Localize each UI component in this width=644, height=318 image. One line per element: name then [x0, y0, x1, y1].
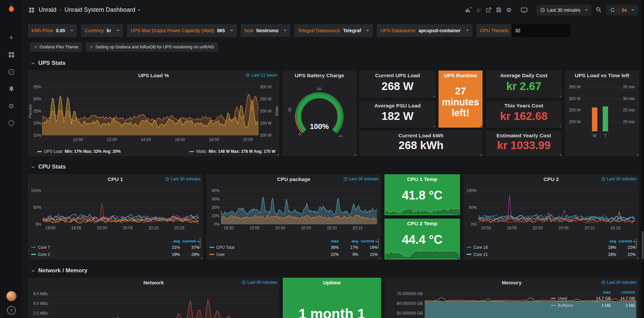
legend-item[interactable]: WattsMin: 148 W Max: 278 W Avg: 175 W [189, 149, 275, 154]
legend-row[interactable]: Core 1818%22% [467, 244, 636, 251]
explore-icon[interactable] [7, 68, 15, 76]
legend-scrollbar-thumb[interactable] [199, 238, 201, 248]
axis-tick-label: 10% [212, 214, 220, 218]
bar-W[interactable] [592, 107, 597, 131]
legend-table: avgcurrentCore 721%37%Core 219%28% [31, 238, 199, 258]
page-scrollbar-thumb[interactable] [642, 231, 644, 259]
alerting-bell-icon[interactable] [7, 85, 15, 93]
variable-value[interactable]: apcupsd-container [419, 28, 461, 33]
legend-table: avgcurrentCore 1818%22%Core 2118%22% [467, 238, 636, 258]
graph-canvas[interactable] [478, 191, 635, 224]
legend-sort-current[interactable]: current [358, 239, 378, 243]
dashboard-link[interactable]: ↗Grafana Plex Theme [30, 42, 82, 52]
series-name: Core 7 [38, 245, 50, 250]
y-axis: 100%50%0% [465, 191, 477, 224]
bar-T[interactable] [603, 106, 608, 131]
configuration-gear-icon[interactable]: ⚙ [7, 102, 15, 110]
legend-value: 22% [616, 252, 636, 257]
legend-row[interactable]: Core 2118%22% [467, 251, 636, 258]
row-header-network-memory[interactable]: Network / Memory [31, 267, 87, 274]
legend-row[interactable]: User22%9%11% [210, 251, 378, 258]
dashboard-grid-icon[interactable] [29, 7, 35, 13]
legend-row[interactable]: Used14.7 GB14.7 GB [551, 295, 635, 302]
stat-value: 27 minutes left! [439, 86, 482, 118]
panel-title[interactable]: Uptime [283, 278, 381, 288]
series-color-dash [551, 305, 556, 306]
dashboard-title-caret-icon[interactable] [138, 9, 140, 11]
graph-canvas[interactable] [42, 87, 259, 135]
legend-sort-current[interactable]: current [180, 239, 199, 243]
panel-cpu-2-graph: CPU 2 Last 30 minutes 100%50%0% 19:5019:… [463, 174, 639, 260]
legend-sort-max[interactable]: max [587, 290, 611, 294]
panel-title[interactable]: Average PSU Load [360, 101, 435, 111]
x-axis-tick-label: 19:55 [249, 226, 260, 230]
variable-value[interactable]: kr [107, 28, 111, 33]
variable-value[interactable]: 865 [217, 28, 225, 33]
legend-item[interactable]: UPS LoadMin: 17% Max: 32% Avg: 20% [37, 149, 121, 154]
variable-kwh-price: kWh Price0.65 [28, 24, 77, 37]
dashboard-link[interactable]: ↗Setting up Grafana and InfluxDB for UPS… [86, 42, 218, 52]
top-navbar: Unraid › Unraid System Dashboard ☆ ⚙ Las… [22, 0, 644, 20]
kiosk-mode-monitor-icon[interactable] [521, 7, 527, 13]
panel-title[interactable]: Current UPS Load [360, 71, 435, 81]
variable-value[interactable]: Telegraf [343, 28, 361, 33]
panel-title[interactable]: UPS Runtime [439, 71, 482, 81]
bar-x-label: W [592, 133, 597, 138]
help-icon[interactable]: ? [7, 306, 16, 315]
save-icon[interactable] [496, 7, 502, 13]
graph-canvas[interactable] [221, 191, 377, 224]
star-icon[interactable]: ☆ [476, 7, 481, 13]
variable-value[interactable]: 0.65 [56, 28, 65, 33]
user-avatar[interactable] [6, 291, 16, 301]
breadcrumb-app[interactable]: Unraid [39, 6, 56, 13]
panel-title[interactable]: Memory [384, 278, 639, 288]
panel-title[interactable]: CPU 2 Temp [384, 219, 460, 229]
panel-time-override: Last 30 minutes [343, 177, 379, 181]
graph-canvas[interactable] [50, 292, 276, 318]
y-axis-right: 300 W250 W200 W150 W100 W [260, 87, 275, 135]
panel-title[interactable]: This Years Cost [486, 101, 562, 111]
panel-title[interactable]: Average Daily Cost [486, 71, 562, 81]
legend-scrollbar-thumb[interactable] [378, 238, 379, 248]
legend-sort-avg[interactable]: avg [160, 239, 180, 243]
legend-row[interactable]: Core 219%28% [31, 251, 199, 258]
legend-sort-avg[interactable]: avg [339, 239, 358, 243]
row-header-cpu-stats[interactable]: CPU Stats [31, 164, 66, 170]
graph-canvas[interactable] [43, 191, 199, 224]
series-color-dash [551, 298, 556, 299]
legend-sort-max[interactable]: max [319, 239, 339, 243]
gauge-tick: 0 [297, 132, 302, 136]
panel-title[interactable]: UPS Battery Charge [282, 71, 357, 81]
server-admin-shield-icon[interactable] [7, 119, 15, 127]
legend-sort-current[interactable]: current [616, 239, 636, 243]
dashboards-icon[interactable] [7, 51, 15, 59]
panel-time-override: Last 12 hours [246, 73, 277, 78]
bar-chart[interactable]: WT [582, 87, 621, 131]
legend-row[interactable]: Core 721%37% [31, 244, 199, 251]
legend-row[interactable]: CPU Total38%17%19% [210, 244, 378, 251]
panel-title[interactable]: UPS Load vs Time left [565, 71, 639, 81]
refresh-picker[interactable]: 5s [606, 5, 638, 15]
zoom-out-icon[interactable] [596, 7, 602, 13]
row-header-ups-stats[interactable]: UPS Stats [31, 60, 65, 66]
variable-value[interactable]: Nostromo [256, 28, 278, 33]
time-range-picker[interactable]: Last 30 minutes [537, 5, 592, 15]
legend-row[interactable]: Buffered3 MB3 MB [551, 302, 635, 309]
legend-sort-avg[interactable]: avg [597, 239, 616, 243]
panel-cpu-2-temp: CPU 2 Temp 44.4 °C [384, 219, 460, 260]
panel-title[interactable]: Estimated Yearly Cost [486, 131, 562, 141]
share-icon[interactable] [486, 7, 492, 13]
variable-input[interactable] [511, 24, 570, 37]
panel-title[interactable]: CPU 1 Temp [384, 174, 460, 184]
create-icon[interactable]: + [7, 34, 15, 42]
panel-title[interactable]: Current Load kWh [360, 131, 482, 141]
legend-sort-current[interactable]: current [611, 290, 635, 294]
panel-this-years-cost: This Years Cost kr 162.68 [486, 101, 562, 128]
page-scrollbar[interactable] [641, 0, 644, 318]
dashboard-title[interactable]: Unraid System Dashboard [64, 6, 135, 13]
legend-scrollbar-thumb[interactable] [636, 238, 637, 248]
panel-title[interactable]: UPS Load % [28, 71, 279, 81]
dashboard-settings-gear-icon[interactable]: ⚙ [506, 7, 511, 13]
grafana-logo[interactable] [5, 3, 18, 16]
add-panel-icon[interactable] [465, 7, 471, 13]
